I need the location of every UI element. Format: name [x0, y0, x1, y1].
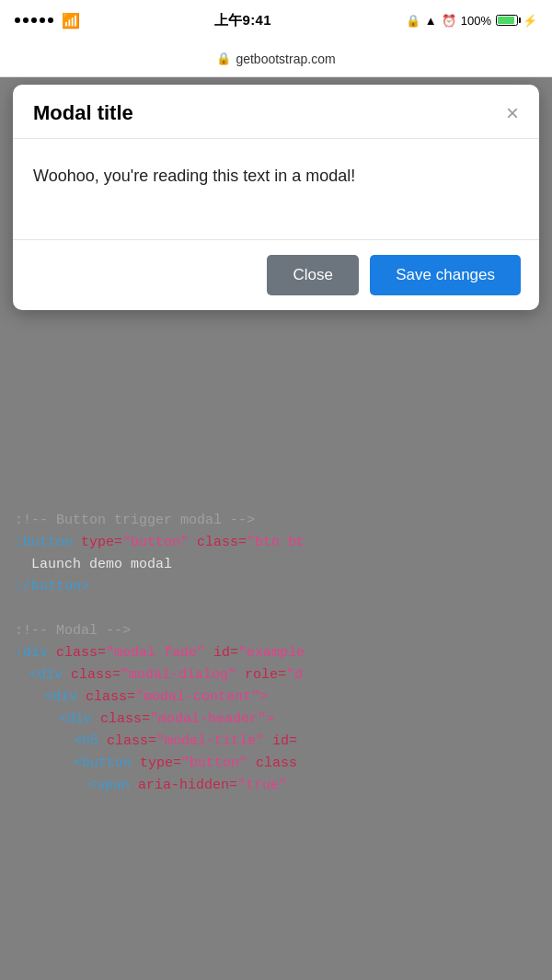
url-lock-icon: 🔒 [216, 52, 231, 65]
code-line-12: <button type="button" class [74, 753, 537, 775]
url-text: getbootstrap.com [236, 52, 335, 66]
status-bar: 📶 上午9:41 🔒 ▲ ⏰ 100% ⚡ [0, 0, 552, 40]
modal-header: Modal title × [13, 85, 539, 139]
code-area: :!-- Button trigger modal --> :button ty… [0, 491, 552, 980]
status-right: 🔒 ▲ ⏰ 100% ⚡ [406, 14, 537, 28]
code-line-10: <div class="modal-header"> [59, 709, 537, 731]
code-line-11: <h5 class="modal-title" id= [74, 731, 537, 753]
modal-footer: Close Save changes [13, 240, 539, 310]
status-left: 📶 [15, 12, 80, 29]
location-icon: ▲ [425, 14, 437, 28]
modal-dialog: Modal title × Woohoo, you're reading thi… [13, 85, 539, 310]
wifi-icon: 📶 [62, 12, 80, 29]
battery-icon [496, 15, 518, 26]
modal-body-text: Woohoo, you're reading this text in a mo… [33, 165, 519, 188]
code-line-7: :div class="modal fade" id="example [15, 642, 537, 664]
lock-status-icon: 🔒 [406, 14, 420, 28]
modal-body: Woohoo, you're reading this text in a mo… [13, 139, 539, 240]
charging-icon: ⚡ [523, 14, 537, 28]
url-bar: 🔒 getbootstrap.com [0, 40, 552, 77]
code-line-2: :button type="button" class="btn bt [15, 532, 537, 554]
code-line-3: Launch demo modal [15, 554, 537, 576]
code-line-9: <div class="modal-content"> [44, 686, 537, 709]
code-line-8: <div class="modal-dialog" role="d [29, 664, 537, 686]
close-button[interactable]: Close [267, 255, 359, 295]
save-changes-button[interactable]: Save changes [370, 255, 521, 295]
code-line-6: :!-- Modal --> [15, 620, 537, 642]
alarm-icon: ⏰ [442, 14, 456, 28]
battery-percent: 100% [461, 14, 491, 28]
status-time: 上午9:41 [214, 12, 271, 29]
code-line-1: :!-- Button trigger modal --> [15, 510, 537, 532]
code-line-4: :/button> [15, 576, 537, 598]
modal-title: Modal title [33, 101, 133, 125]
signal-icon [15, 17, 53, 23]
page-content: Modal title × Woohoo, you're reading thi… [0, 77, 552, 980]
code-line-5 [15, 598, 537, 620]
code-line-13: <span aria-hidden="true" [88, 775, 537, 797]
modal-close-button[interactable]: × [506, 102, 519, 124]
